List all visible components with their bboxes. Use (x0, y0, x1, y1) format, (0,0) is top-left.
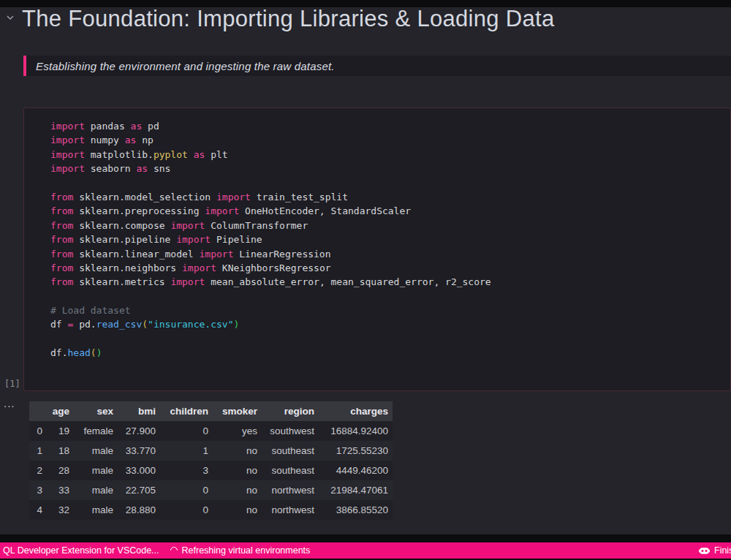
table-cell: 22.705 (118, 480, 160, 500)
table-cell: 4449.46200 (319, 461, 393, 480)
table-cell: no (213, 441, 262, 461)
table-row: 019female27.9000yessouthwest16884.92400 (29, 421, 393, 441)
table-cell: 1 (160, 441, 213, 461)
table-column-header: children (160, 401, 213, 421)
blockquote-text: Establishing the environment and ingesti… (36, 60, 335, 72)
table-cell: 3 (160, 461, 213, 480)
status-right-label: Finis (714, 545, 731, 556)
code-line: import seaborn as sns (50, 162, 724, 175)
code-line (50, 290, 724, 303)
spinner-icon (168, 545, 178, 556)
table-cell: 18 (47, 441, 74, 461)
table-cell: 32 (47, 500, 74, 520)
status-extension-item[interactable]: QL Developer Extension for VSCode... (1, 542, 162, 559)
table-cell: 27.900 (118, 421, 160, 441)
table-cell: 21984.47061 (319, 480, 393, 500)
table-header: agesexbmichildrensmokerregioncharges (29, 401, 393, 421)
code-editor[interactable]: import pandas as pdimport numpy as npimp… (50, 119, 724, 385)
code-line: from sklearn.model_selection import trai… (50, 190, 724, 204)
dataframe-output-table: agesexbmichildrensmokerregioncharges 019… (29, 401, 393, 520)
table-row: 333male22.7050nonorthwest21984.47061 (29, 480, 393, 500)
code-cell[interactable]: import pandas as pdimport numpy as npimp… (23, 107, 731, 391)
table-cell: male (74, 500, 118, 520)
code-line: from sklearn.neighbors import KNeighbors… (50, 261, 724, 275)
table-column-header: age (47, 401, 74, 421)
notebook-screen: The Foundation: Importing Libraries & Lo… (0, 0, 731, 560)
code-line: import matplotlib.pyplot as plt (50, 148, 724, 162)
table-cell: northwest (262, 500, 319, 520)
table-cell: 0 (29, 421, 47, 441)
table-row: 228male33.0003nosoutheast4449.46200 (29, 461, 393, 480)
status-refresh-label: Refreshing virtual environments (182, 545, 311, 556)
table-column-header: smoker (213, 401, 262, 421)
table-cell: 0 (160, 421, 213, 441)
status-extension-label: QL Developer Extension for VSCode... (3, 545, 159, 556)
table-cell: 1 (29, 441, 47, 461)
status-refresh-item[interactable]: Refreshing virtual environments (168, 542, 313, 559)
cell-more-actions-button[interactable]: ... (4, 397, 15, 409)
table-cell: 3 (29, 480, 47, 500)
table-cell: southwest (262, 421, 319, 441)
code-line: df = pd.read_csv("insurance.csv") (50, 317, 724, 331)
table-cell: 3866.85520 (319, 500, 393, 520)
table-cell: 33.000 (118, 461, 160, 480)
code-line: df.head() (50, 346, 724, 360)
table-cell: 2 (29, 461, 47, 480)
markdown-blockquote: Establishing the environment and ingesti… (23, 56, 731, 76)
table-cell: 19 (47, 421, 74, 441)
table-cell: no (213, 480, 262, 500)
table-column-header: sex (74, 401, 118, 421)
table-cell: 0 (160, 480, 213, 500)
table-cell: southeast (262, 461, 319, 480)
execution-count: [1] (4, 379, 20, 389)
code-line: from sklearn.preprocessing import OneHot… (50, 204, 724, 218)
table-cell: yes (213, 421, 262, 441)
code-line: import numpy as np (50, 133, 724, 147)
table-cell: 28 (47, 461, 74, 480)
table-cell: male (74, 441, 118, 461)
table-cell: southeast (262, 441, 319, 461)
bottom-gap-strip (0, 534, 731, 542)
table-column-header: region (262, 401, 319, 421)
code-line: from sklearn.linear_model import LinearR… (50, 247, 724, 261)
table-cell: northwest (262, 480, 319, 500)
table-cell: no (213, 461, 262, 480)
table-cell: female (74, 421, 118, 441)
table-cell: 1725.55230 (319, 441, 393, 461)
markdown-header: The Foundation: Importing Libraries & Lo… (0, 7, 731, 53)
table-cell: 4 (29, 500, 47, 520)
copilot-icon (698, 545, 711, 557)
section-collapse-chevron-icon[interactable] (5, 12, 17, 24)
table-cell: male (74, 480, 118, 500)
table-column-header: bmi (118, 401, 160, 421)
blockquote-accent-bar (23, 56, 26, 76)
code-line: from sklearn.pipeline import Pipeline (50, 232, 724, 246)
table-cell: male (74, 461, 118, 480)
status-bar: QL Developer Extension for VSCode... Ref… (0, 542, 731, 559)
page-title: The Foundation: Importing Libraries & Lo… (22, 6, 554, 32)
table-row: 432male28.8800nonorthwest3866.85520 (29, 500, 393, 520)
status-copilot-item[interactable]: Finis (698, 542, 731, 559)
code-line: import pandas as pd (50, 119, 724, 133)
code-line (50, 332, 724, 346)
table-cell: 33 (47, 480, 74, 500)
table-cell: 0 (160, 500, 213, 520)
table-cell: 16884.92400 (319, 421, 393, 441)
code-line: from sklearn.metrics import mean_absolut… (50, 275, 724, 289)
table-column-header (29, 401, 47, 421)
table-column-header: charges (319, 401, 393, 421)
code-line: # Load dataset (50, 303, 724, 317)
code-line (50, 176, 724, 190)
table-cell: 33.770 (118, 441, 160, 461)
table-row: 118male33.7701nosoutheast1725.55230 (29, 441, 393, 461)
code-line: from sklearn.compose import ColumnTransf… (50, 219, 724, 232)
table-cell: no (213, 500, 262, 520)
table-cell: 28.880 (118, 500, 160, 520)
